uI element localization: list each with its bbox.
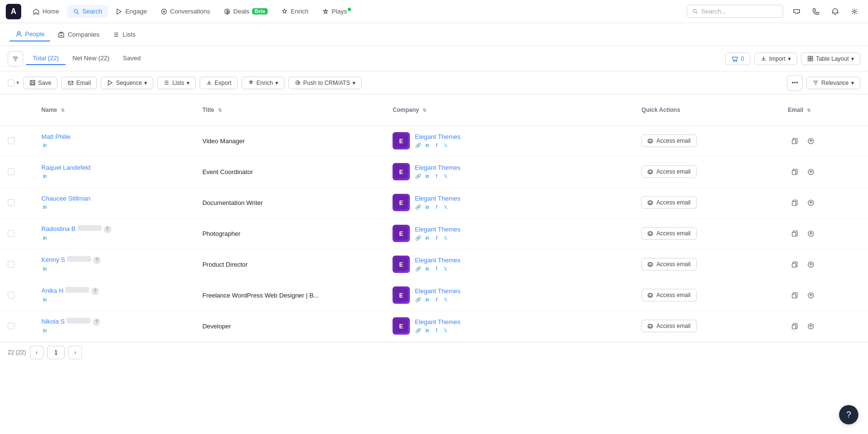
company-facebook-icon[interactable]: f: [433, 327, 440, 334]
sub-nav-people[interactable]: People: [10, 27, 50, 41]
company-twitter-icon[interactable]: 𝕏: [442, 203, 449, 210]
company-link-icon[interactable]: 🔗: [415, 173, 421, 179]
inbox-icon-btn[interactable]: [789, 4, 804, 19]
company-facebook-icon[interactable]: f: [433, 173, 440, 179]
company-twitter-icon[interactable]: 𝕏: [442, 327, 449, 334]
company-facebook-icon[interactable]: f: [433, 234, 440, 241]
person-name[interactable]: Nikola S ?: [41, 318, 187, 326]
copy-email-icon[interactable]: [788, 288, 801, 302]
nav-item-enrich[interactable]: Enrich: [275, 5, 314, 18]
global-search[interactable]: Search...: [687, 5, 783, 18]
page-number-input[interactable]: [47, 346, 65, 359]
prev-page-button[interactable]: ‹: [30, 346, 43, 359]
copy-email-icon[interactable]: [788, 196, 801, 209]
sequence-button[interactable]: Sequence ▾: [101, 77, 153, 89]
basket-button[interactable]: 0: [725, 53, 750, 65]
copy-email-icon[interactable]: [788, 319, 801, 333]
person-name[interactable]: Raquel Landefeld: [41, 164, 187, 171]
company-facebook-icon[interactable]: f: [433, 265, 440, 272]
access-email-button[interactable]: Access email: [641, 289, 697, 301]
col-header-name[interactable]: Name ⇅: [34, 95, 195, 125]
app-logo[interactable]: A: [6, 4, 21, 19]
linkedin-icon[interactable]: in: [41, 173, 48, 179]
company-name[interactable]: Elegant Themes: [415, 318, 460, 326]
company-facebook-icon[interactable]: f: [433, 296, 440, 303]
company-twitter-icon[interactable]: 𝕏: [442, 265, 449, 272]
company-link-icon[interactable]: 🔗: [415, 234, 421, 241]
more-options-button[interactable]: •••: [787, 75, 802, 91]
bell-icon-btn[interactable]: [827, 4, 843, 19]
select-all-chevron[interactable]: ▾: [16, 80, 19, 86]
company-twitter-icon[interactable]: 𝕏: [442, 173, 449, 179]
person-name[interactable]: Matt Philie: [41, 133, 187, 140]
linkedin-icon[interactable]: in: [41, 203, 48, 210]
company-name[interactable]: Elegant Themes: [415, 195, 460, 202]
company-sort-icon[interactable]: ⇅: [422, 108, 426, 113]
copy-email-icon[interactable]: [788, 165, 801, 178]
company-linkedin-icon[interactable]: in: [424, 173, 431, 179]
company-name[interactable]: Elegant Themes: [415, 257, 460, 264]
sub-nav-companies[interactable]: Companies: [52, 28, 105, 41]
linkedin-icon[interactable]: in: [41, 297, 48, 303]
company-link-icon[interactable]: 🔗: [415, 296, 421, 303]
nav-item-engage[interactable]: Engage: [110, 5, 153, 18]
company-linkedin-icon[interactable]: in: [424, 142, 431, 149]
linkedin-icon[interactable]: in: [41, 266, 48, 272]
linkedin-icon[interactable]: in: [41, 235, 48, 242]
upload-email-icon[interactable]: [804, 258, 818, 271]
select-all-checkbox[interactable]: [8, 80, 14, 86]
company-twitter-icon[interactable]: 𝕏: [442, 234, 449, 241]
company-linkedin-icon[interactable]: in: [424, 327, 431, 334]
access-email-button[interactable]: Access email: [641, 165, 697, 178]
row-checkbox-1[interactable]: [8, 168, 14, 175]
relevance-button[interactable]: Relevance ▾: [806, 77, 860, 89]
table-layout-button[interactable]: Table Layout ▾: [801, 53, 860, 65]
col-header-company[interactable]: Company ⇅: [385, 95, 634, 125]
company-link-icon[interactable]: 🔗: [415, 142, 421, 149]
company-twitter-icon[interactable]: 𝕏: [442, 142, 449, 149]
row-checkbox-3[interactable]: [8, 230, 14, 237]
upload-email-icon[interactable]: [804, 288, 818, 302]
export-button[interactable]: Export: [200, 77, 238, 89]
name-sort-icon[interactable]: ⇅: [61, 108, 65, 113]
help-icon[interactable]: ?: [93, 257, 101, 264]
company-linkedin-icon[interactable]: in: [424, 203, 431, 210]
linkedin-icon[interactable]: in: [41, 327, 48, 334]
row-checkbox-0[interactable]: [8, 137, 14, 144]
nav-item-deals[interactable]: Deals Beta: [218, 5, 273, 18]
nav-item-home[interactable]: Home: [27, 5, 65, 18]
title-sort-icon[interactable]: ⇅: [218, 108, 222, 113]
copy-email-icon[interactable]: [788, 134, 801, 148]
phone-icon-btn[interactable]: [808, 4, 824, 19]
lists-button[interactable]: Lists ▾: [157, 77, 196, 89]
email-sort-icon[interactable]: ⇅: [807, 108, 811, 113]
company-twitter-icon[interactable]: 𝕏: [442, 296, 449, 303]
sub-nav-lists[interactable]: Lists: [107, 28, 141, 41]
tab-total[interactable]: Total (22): [26, 52, 66, 65]
company-linkedin-icon[interactable]: in: [424, 234, 431, 241]
company-link-icon[interactable]: 🔗: [415, 203, 421, 210]
access-email-button[interactable]: Access email: [641, 135, 697, 147]
company-name[interactable]: Elegant Themes: [415, 164, 460, 171]
access-email-button[interactable]: Access email: [641, 196, 697, 209]
person-name[interactable]: Chaucee Stillman: [41, 195, 187, 202]
person-name[interactable]: Radostina B ?: [41, 225, 187, 233]
upload-email-icon[interactable]: [804, 134, 818, 148]
linkedin-icon[interactable]: in: [41, 142, 48, 149]
person-name[interactable]: Kenny S ?: [41, 256, 187, 264]
access-email-button[interactable]: Access email: [641, 320, 697, 332]
company-name[interactable]: Elegant Themes: [415, 226, 460, 233]
company-linkedin-icon[interactable]: in: [424, 296, 431, 303]
next-page-button[interactable]: ›: [68, 346, 82, 359]
upload-email-icon[interactable]: [804, 165, 818, 178]
row-checkbox-5[interactable]: [8, 292, 14, 298]
upload-email-icon[interactable]: [804, 319, 818, 333]
company-name[interactable]: Elegant Themes: [415, 287, 460, 295]
access-email-button[interactable]: Access email: [641, 227, 697, 240]
copy-email-icon[interactable]: [788, 258, 801, 271]
save-button[interactable]: Save: [23, 77, 57, 89]
col-header-title[interactable]: Title ⇅: [195, 95, 385, 125]
settings-icon-btn[interactable]: [847, 4, 862, 19]
help-icon[interactable]: ?: [91, 287, 99, 295]
nav-item-plays[interactable]: Plays: [316, 5, 357, 18]
